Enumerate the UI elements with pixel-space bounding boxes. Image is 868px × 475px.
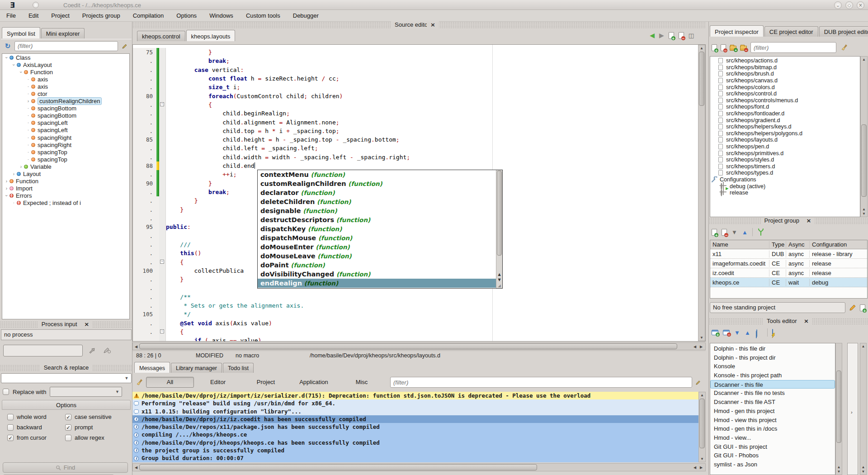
code-line[interactable]: . size_t i;	[133, 83, 698, 91]
completion-item[interactable]: doVisibilityChanged (function)	[258, 270, 502, 279]
editor-horizontal-scrollbar[interactable]: ◀ ◀ ▶	[132, 342, 706, 350]
tree-expander-icon[interactable]: ›	[11, 62, 16, 67]
project-file-item[interactable]: src/kheops/helpers/keys.d	[710, 124, 860, 130]
completion-item[interactable]: destructDescriptors (function)	[258, 215, 502, 224]
inspector-filter-input[interactable]	[750, 42, 836, 53]
completion-item[interactable]: doMouseLeave (function)	[258, 252, 502, 261]
code-line[interactable]: . child.beginRealign;	[133, 109, 698, 118]
tool-parameters-scrollbar[interactable]: ▲ ▲ ▼	[860, 343, 867, 475]
tab-library-manager[interactable]: Library manager	[171, 363, 222, 373]
tree-item[interactable]: ›AxisLayout	[2, 61, 129, 68]
project-file-item[interactable]: src/kheops/primitives.d	[710, 150, 860, 157]
close-icon[interactable]: ×	[857, 1, 864, 9]
project-file-item[interactable]: src/kheops/canvas.d	[710, 77, 860, 84]
tree-item[interactable]: ·!Expected ; instead of i	[2, 200, 129, 207]
completion-item[interactable]: doMouseEnter (function)	[258, 242, 502, 252]
column-header[interactable]: Name	[710, 241, 769, 248]
tree-item[interactable]: ›Layout	[2, 171, 129, 178]
code-line[interactable]: . child.top = h * i + _spacing.top;	[133, 127, 698, 135]
tree-expander-icon[interactable]: ›	[4, 186, 9, 191]
remove-file-icon[interactable]: −	[721, 44, 726, 51]
tool-item[interactable]: Konsole	[710, 362, 835, 371]
remove-folder-icon[interactable]: −	[740, 46, 747, 51]
build-group-icon[interactable]	[757, 228, 764, 236]
go-back-icon[interactable]: ◀	[650, 32, 655, 39]
expand-icon[interactable]: ›	[851, 409, 853, 415]
move-up-icon[interactable]: ▲	[745, 329, 750, 336]
tree-item[interactable]: ·spacingBottom	[2, 112, 129, 119]
project-file-item[interactable]: src/kheops/control.d	[710, 90, 860, 97]
tree-item[interactable]: ·spacingRight	[2, 134, 129, 141]
code-line[interactable]: 105 */	[133, 310, 698, 318]
tool-item[interactable]: Hmod - view this project	[710, 416, 835, 425]
tree-expander-icon[interactable]: ›	[4, 55, 9, 60]
filter-button-misc[interactable]: Misc	[338, 377, 386, 388]
tool-item[interactable]: symlist - as Json	[710, 460, 835, 469]
code-line[interactable]: . child.alignment = Alignment.none;	[133, 118, 698, 127]
tree-expander-icon[interactable]: ›	[19, 70, 24, 75]
log-row[interactable]: icompiling /.../kheops/kheops.ce	[132, 431, 698, 438]
editor-tab-kheops-control[interactable]: kheops.control	[137, 31, 185, 41]
completion-item[interactable]: customRealignChildren (function)	[258, 179, 502, 188]
tree-expander-icon[interactable]: ›	[26, 99, 31, 104]
tree-item[interactable]: ›Variable	[2, 163, 129, 170]
find-button[interactable]: Find	[3, 462, 128, 473]
refresh-icon[interactable]: ↻	[3, 42, 13, 51]
pen-icon[interactable]	[120, 42, 130, 51]
project-file-item[interactable]: src/kheops/layouts.d	[710, 137, 860, 143]
code-line[interactable]: . @Set void axis(Axis value)	[133, 319, 698, 328]
move-up-icon[interactable]: ▲	[742, 229, 748, 236]
tool-item[interactable]: Dolphin - this project dir	[710, 353, 835, 362]
project-file-item[interactable]: src/kheops/colors.d	[710, 84, 860, 90]
tool-item[interactable]: Dolphin - this file dir	[710, 344, 835, 353]
log-row[interactable]: x11 1.0.15: building configuration "libr…	[132, 408, 698, 415]
project-file-item[interactable]: src/kheops/controls/menus.d	[710, 97, 860, 104]
completion-item[interactable]: contextMenu (function)	[258, 170, 502, 179]
log-vertical-scrollbar[interactable]: ▲ ▼	[698, 392, 706, 462]
replace-with-checkbox[interactable]	[3, 389, 9, 395]
edit-icon[interactable]	[849, 304, 856, 311]
close-icon[interactable]: ×	[427, 21, 439, 28]
pen-icon[interactable]	[103, 347, 111, 354]
project-file-item[interactable]: src/kheops/actions.d	[710, 57, 860, 64]
tree-item[interactable]: ·spacingTop	[2, 156, 129, 163]
tree-expander-icon[interactable]: ›	[11, 171, 16, 176]
column-header[interactable]: Type	[769, 241, 786, 248]
tab-mini-explorer[interactable]: Mini explorer	[41, 28, 85, 38]
new-free-project-icon[interactable]: +	[860, 304, 865, 311]
configuration-item[interactable]: release	[710, 190, 860, 196]
checkbox-prompt[interactable]: ✓	[65, 424, 71, 431]
tree-item[interactable]: ·spacingTop	[2, 148, 129, 156]
menu-item-edit[interactable]: Edit	[22, 11, 45, 20]
tree-item[interactable]: ·ctor	[2, 90, 129, 97]
tab-todo-list[interactable]: Todo list	[223, 363, 254, 373]
maximize-icon[interactable]: ◇	[845, 1, 853, 9]
tree-item[interactable]: ·spacingLeft	[2, 119, 129, 127]
code-line[interactable]: . break;	[133, 57, 698, 65]
code-line[interactable]: 80 foreach(CustomControl child; children…	[133, 92, 698, 100]
tree-item[interactable]: ›customRealignChildren	[2, 98, 129, 105]
log-horizontal-scrollbar[interactable]: ◀ ◀ ▶	[132, 463, 706, 471]
project-file-item[interactable]: src/kheops/helpers/polygons.d	[710, 130, 860, 137]
add-project-icon[interactable]: +	[712, 229, 717, 236]
project-file-item[interactable]: src/kheops/timers.d	[710, 163, 860, 170]
menu-item-windows[interactable]: Windows	[203, 11, 240, 20]
tool-item[interactable]: Dscanner - this file	[710, 380, 835, 389]
menu-item-file[interactable]: File	[0, 11, 22, 20]
split-view-icon[interactable]: ◫	[689, 32, 694, 39]
close-document-icon[interactable]: −	[679, 32, 684, 39]
tab-symbol-list[interactable]: Symbol list	[2, 27, 40, 38]
remove-project-icon[interactable]: −	[722, 229, 727, 236]
tool-item[interactable]: Git GUI - Phobos	[710, 451, 835, 460]
process-input-field[interactable]	[3, 345, 83, 356]
app-menu-icon[interactable]	[33, 2, 39, 8]
tree-item[interactable]: ·axis	[2, 83, 129, 90]
close-icon[interactable]: ×	[803, 217, 815, 224]
fold-icon[interactable]: −	[160, 102, 164, 106]
column-header[interactable]: Configuration	[810, 241, 867, 248]
messages-filter-input[interactable]	[390, 377, 692, 388]
tool-item[interactable]: Git GUI - this project	[710, 442, 835, 451]
code-line[interactable]: 85 child.height = h - _spacing.top - _sp…	[133, 135, 698, 144]
symbol-filter-input[interactable]	[14, 41, 118, 51]
tool-item[interactable]: Dscanner - this file no tests	[710, 389, 835, 398]
